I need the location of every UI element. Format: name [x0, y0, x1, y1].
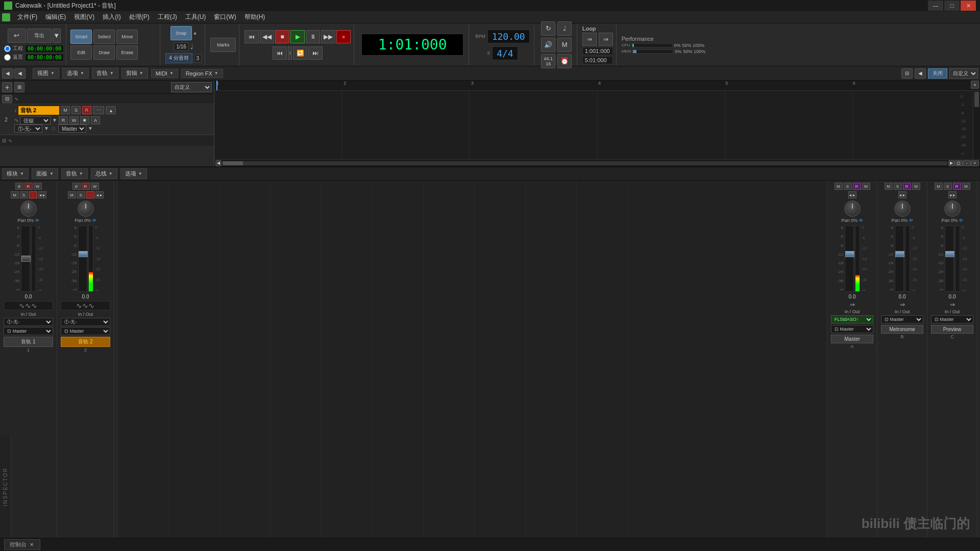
ch1-input-select[interactable]: ①-无- [4, 318, 53, 326]
play-button[interactable]: ▶ [290, 30, 305, 43]
ch2-fader-handle[interactable] [79, 251, 88, 257]
master-output-select[interactable]: FLStdASO↑ [831, 315, 874, 323]
view-dropdown[interactable]: 视图 ▼ [33, 68, 59, 79]
next-marker-button[interactable]: ▶▶ [321, 30, 335, 43]
menu-window[interactable]: 窗口(W) [210, 12, 240, 22]
ch2-rec-btn[interactable]: ● [86, 191, 94, 198]
preview-output-select[interactable]: ⊡ Master [931, 315, 974, 323]
ch2-m-btn[interactable]: M [68, 191, 76, 198]
console-close-button[interactable]: ✕ [29, 542, 35, 547]
track-type-icon-2[interactable]: ♪ [14, 108, 17, 113]
metronome-output-select[interactable]: ⊡ Master [881, 315, 924, 323]
collapse-all-button[interactable]: ⊟ [2, 95, 12, 103]
mixer-panel-dropdown[interactable]: 面板 ▼ [32, 168, 58, 179]
time-format-project[interactable] [4, 45, 11, 52]
transport-marker[interactable]: | [288, 46, 292, 60]
edit-tool-button[interactable]: Edit [70, 45, 92, 60]
ch2-power-btn[interactable]: ⊘ [72, 183, 81, 190]
track-content-area[interactable]: 0 -3 -6 -12 -18 -24 -36 -∞ [214, 91, 980, 159]
metronome-fader-handle[interactable] [895, 251, 904, 257]
draw-tool-button[interactable]: Draw [93, 45, 115, 60]
midi-engine-button[interactable]: M [557, 38, 572, 52]
preview-r-btn[interactable]: R [953, 183, 961, 190]
snap-button[interactable]: Snap [170, 26, 192, 40]
region-fx-dropdown[interactable]: Region FX ▼ [181, 69, 223, 78]
close-button[interactable]: ✕ [961, 1, 976, 11]
menu-edit[interactable]: 编辑(E) [41, 12, 70, 22]
ch1-r-btn[interactable]: R [24, 183, 33, 190]
midi-dropdown[interactable]: MIDI ▼ [151, 69, 178, 78]
stop-button[interactable]: ■ [275, 30, 289, 43]
export-button[interactable]: 导出 [27, 29, 52, 43]
smart-tool-button[interactable]: Smart [70, 30, 92, 44]
track-fx-r-2[interactable]: R [59, 116, 68, 124]
master-pan-knob[interactable] [844, 201, 861, 217]
ch2-input-select[interactable]: ①-无- [61, 318, 110, 326]
scroll-left-button[interactable]: ◀ [215, 160, 222, 166]
marks-button[interactable]: Marks [210, 38, 236, 52]
scrollbar-thumb-h[interactable] [223, 161, 243, 165]
metronome-s-btn[interactable]: S [894, 183, 902, 190]
maximize-button[interactable]: □ [944, 1, 960, 11]
loop-mode-button[interactable]: ↻ [541, 21, 555, 36]
track-template-button[interactable]: ⊞ [14, 82, 24, 92]
menu-help[interactable]: 帮助(H) [240, 12, 270, 22]
zoom-in-timeline-button[interactable]: + [971, 160, 979, 166]
track-output-arrow-2[interactable]: ▼ [88, 126, 93, 131]
narrow-tracks-button[interactable]: ⊟ [901, 68, 913, 79]
track-record-2[interactable]: R [82, 106, 91, 114]
metronome-button[interactable]: ♩ [557, 21, 572, 36]
master-m-btn[interactable]: M [835, 183, 843, 190]
ch1-pan-knob[interactable] [20, 201, 37, 217]
pause-button[interactable]: ⏸ [306, 30, 320, 43]
track-send-arrow-2[interactable]: ▼ [44, 126, 49, 131]
ch1-m-btn[interactable]: M [11, 191, 19, 198]
ch2-r-btn[interactable]: R [82, 183, 90, 190]
ch1-s-btn[interactable]: S [20, 191, 28, 198]
ch1-fader-handle[interactable] [21, 256, 31, 262]
master-r-btn[interactable]: R [853, 183, 861, 190]
timesig-display[interactable]: 4/4 [492, 46, 518, 60]
scroll-right-button[interactable]: ▶ [948, 160, 954, 166]
track-output-select-2[interactable]: Master [58, 124, 86, 133]
mixer-modules-dropdown[interactable]: 模块 ▼ [2, 168, 29, 179]
preview-in-btn[interactable]: ◄► [948, 191, 957, 198]
metronome-in-btn[interactable]: ◄► [898, 191, 906, 198]
track-name-2[interactable]: 音轨 2 [18, 106, 59, 115]
ch2-pan-knob[interactable] [78, 201, 94, 217]
ch2-s-btn[interactable]: S [77, 191, 85, 198]
mixer-bus-dropdown[interactable]: 总线 ▼ [91, 168, 117, 179]
track-scrollbar-h[interactable]: ◀ ▶ ⊡ - + [214, 159, 980, 166]
menu-view[interactable]: 视图(V) [70, 12, 99, 22]
audio-engine-button[interactable]: 🔊 [541, 38, 555, 52]
track-send-select-2[interactable]: ①-无- [14, 124, 42, 133]
zoom-fit-button[interactable]: ⊡ [954, 160, 963, 166]
track-view-preset[interactable]: 自定义 [171, 82, 212, 92]
preview-m-btn[interactable]: M [935, 183, 943, 190]
metronome-r-btn[interactable]: R [903, 183, 911, 190]
select-tool-button[interactable]: Select [93, 30, 115, 44]
go-end-button[interactable]: ⏭ [308, 46, 323, 60]
track-fx-w-2[interactable]: W [69, 116, 79, 124]
ch1-w-btn[interactable]: W [34, 183, 42, 190]
preview-fader-track[interactable] [945, 226, 954, 292]
master-fader-track[interactable] [845, 226, 854, 292]
track-fx-star-2[interactable]: ✱ [80, 116, 89, 124]
forward-button[interactable]: ◀ [14, 68, 26, 79]
loop-button[interactable]: 🔁 [293, 46, 307, 60]
ch2-output-select[interactable]: ⊡ Master [61, 327, 110, 335]
metronome-w-btn[interactable]: W [912, 183, 920, 190]
master-w-btn[interactable]: W [862, 183, 870, 190]
track-instrument-arrow-2[interactable]: ▼ [52, 117, 57, 123]
cut-dropdown[interactable]: 剪辑 ▼ [121, 68, 148, 79]
master-s-btn[interactable]: S [844, 183, 852, 190]
metronome-fader-track[interactable] [895, 226, 904, 292]
menu-file[interactable]: 文件(F) [13, 12, 41, 22]
scrollbar-track-h[interactable] [223, 161, 947, 165]
menu-tools[interactable]: 工具(U) [181, 12, 210, 22]
go-begin-button[interactable]: ⏮ [273, 46, 287, 60]
move-tool-button[interactable]: Move [116, 30, 138, 44]
undo-button[interactable]: ↩ [8, 29, 26, 43]
track-dropdown[interactable]: 音轨 ▼ [92, 68, 118, 79]
record-button[interactable]: ● [336, 30, 351, 43]
